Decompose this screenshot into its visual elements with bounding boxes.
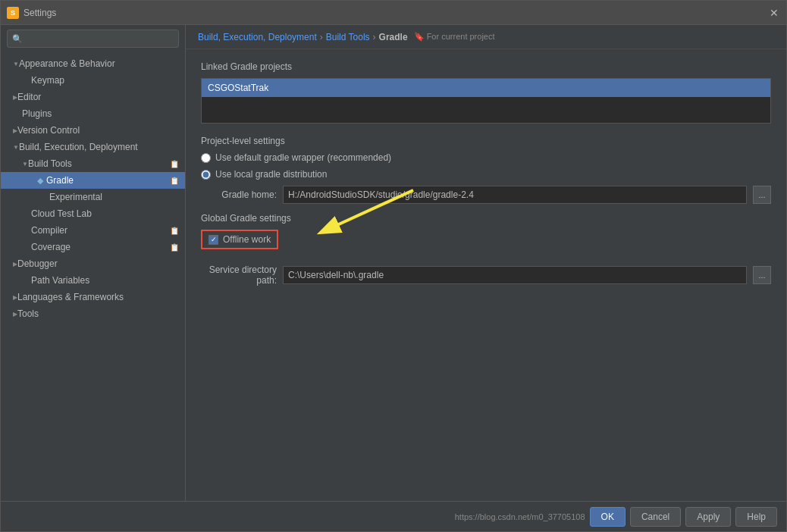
titlebar: S Settings ✕: [1, 1, 786, 25]
sidebar-item-label: Build Tools: [28, 158, 72, 169]
radio-row-local-dist[interactable]: Use local gradle distribution: [201, 169, 771, 180]
sidebar-item-label: Cloud Test Lab: [31, 208, 92, 219]
sidebar-item-version-control[interactable]: ▶ Version Control: [1, 122, 185, 139]
radio-default-wrapper[interactable]: [201, 153, 211, 163]
compiler-badge: 📋: [170, 227, 179, 235]
expand-icon: ▼: [13, 144, 19, 151]
sidebar-item-label: Coverage: [31, 242, 71, 252]
service-dir-input[interactable]: [283, 266, 747, 284]
gradle-home-label: Gradle home:: [201, 189, 277, 200]
settings-window: S Settings ✕ 🔍 ▼ Appearance & Behavior K…: [0, 0, 787, 532]
radio-default-wrapper-label: Use default gradle wrapper (recommended): [215, 152, 391, 163]
expand-icon: ▼: [13, 61, 19, 67]
linked-projects-label: Linked Gradle projects: [201, 61, 771, 72]
breadcrumb-link-buildtools[interactable]: Build Tools: [326, 32, 370, 42]
breadcrumb-link-build[interactable]: Build, Execution, Deployment: [198, 32, 317, 42]
breadcrumb: Build, Execution, Deployment › Build Too…: [186, 25, 786, 49]
offline-work-checkbox[interactable]: ✓: [209, 235, 218, 245]
project-settings-section: Project-level settings Use default gradl…: [201, 136, 771, 204]
footer: https://blog.csdn.net/m0_37705108 OK Can…: [1, 501, 786, 531]
sidebar-item-cloud-test-lab[interactable]: Cloud Test Lab: [1, 205, 185, 222]
sidebar-item-label: Path Variables: [31, 275, 89, 286]
build-tools-badge: 📋: [170, 160, 179, 168]
sidebar-item-appearance-behavior[interactable]: ▼ Appearance & Behavior: [1, 55, 185, 72]
search-input[interactable]: [26, 33, 174, 44]
sidebar-item-path-variables[interactable]: Path Variables: [1, 272, 185, 289]
offline-work-checkbox-row[interactable]: ✓ Offline work: [201, 230, 278, 249]
service-dir-browse-button[interactable]: ...: [753, 266, 771, 284]
sidebar-item-label: Experimental: [49, 192, 102, 202]
sidebar-item-tools[interactable]: ▶ Tools: [1, 305, 185, 322]
linked-projects-list: CSGOStatTrak: [201, 78, 771, 124]
gradle-home-row: Gradle home: ...: [201, 186, 771, 204]
breadcrumb-current: Gradle: [379, 32, 408, 42]
coverage-badge: 📋: [170, 243, 179, 252]
sidebar-item-editor[interactable]: ▶ Editor: [1, 89, 185, 105]
sidebar-item-coverage[interactable]: Coverage 📋: [1, 239, 185, 255]
expand-icon: ▼: [22, 161, 28, 167]
radio-local-dist[interactable]: [201, 170, 211, 180]
linked-project-item[interactable]: CSGOStatTrak: [202, 79, 770, 97]
main-panel: Build, Execution, Deployment › Build Too…: [186, 25, 786, 501]
global-settings-label: Global Gradle settings: [201, 213, 771, 224]
search-box[interactable]: 🔍: [7, 30, 179, 48]
radio-local-dist-label: Use local gradle distribution: [215, 169, 327, 180]
cancel-button[interactable]: Cancel: [630, 507, 681, 527]
apply-button[interactable]: Apply: [685, 507, 731, 527]
sidebar-item-compiler[interactable]: Compiler 📋: [1, 222, 185, 239]
window-title: Settings: [24, 8, 56, 18]
sidebar-item-plugins[interactable]: Plugins: [1, 105, 185, 122]
sidebar-item-gradle[interactable]: ◆ Gradle 📋: [1, 172, 185, 189]
sidebar: 🔍 ▼ Appearance & Behavior Keymap ▶ Edito…: [1, 25, 186, 501]
global-settings-section: Global Gradle settings ✓ Offline work: [201, 213, 771, 286]
sidebar-item-label: Build, Execution, Deployment: [19, 142, 138, 152]
sidebar-item-label: Appearance & Behavior: [19, 58, 115, 69]
sidebar-item-label: Compiler: [31, 225, 67, 236]
sidebar-item-experimental[interactable]: Experimental: [1, 189, 185, 205]
gradle-home-browse-button[interactable]: ...: [753, 186, 771, 204]
help-button[interactable]: Help: [735, 507, 777, 527]
sidebar-item-label: Debugger: [17, 258, 58, 269]
radio-row-default-wrapper[interactable]: Use default gradle wrapper (recommended): [201, 152, 771, 163]
sidebar-item-label: Keymap: [31, 75, 64, 86]
sidebar-item-keymap[interactable]: Keymap: [1, 72, 185, 89]
sidebar-item-label: Gradle: [46, 175, 74, 186]
sidebar-item-label: Tools: [17, 308, 39, 319]
breadcrumb-note: 🔖 For current project: [414, 32, 495, 42]
sidebar-item-label: Version Control: [17, 125, 80, 136]
sidebar-item-build-execution-deployment[interactable]: ▼ Build, Execution, Deployment: [1, 139, 185, 155]
content-area: 🔍 ▼ Appearance & Behavior Keymap ▶ Edito…: [1, 25, 786, 501]
titlebar-left: S Settings: [7, 7, 56, 19]
sidebar-item-languages-frameworks[interactable]: ▶ Languages & Frameworks: [1, 289, 185, 305]
ok-button[interactable]: OK: [590, 507, 626, 527]
offline-work-label: Offline work: [223, 234, 271, 245]
gradle-icon: ◆: [37, 176, 43, 186]
breadcrumb-sep1: ›: [320, 32, 323, 42]
close-button[interactable]: ✕: [768, 7, 780, 19]
service-dir-row: Service directory path: ...: [201, 264, 771, 286]
sidebar-item-label: Languages & Frameworks: [17, 292, 124, 302]
sidebar-item-label: Plugins: [22, 108, 52, 119]
footer-url: https://blog.csdn.net/m0_37705108: [10, 512, 585, 521]
gradle-badge: 📋: [170, 177, 179, 185]
search-icon: 🔍: [12, 34, 23, 44]
breadcrumb-sep2: ›: [373, 32, 376, 42]
app-icon: S: [7, 7, 19, 19]
sidebar-item-label: Editor: [17, 92, 41, 102]
service-dir-label: Service directory path:: [201, 264, 277, 286]
gradle-home-input[interactable]: [283, 186, 747, 204]
project-settings-label: Project-level settings: [201, 136, 771, 146]
panel-content: Linked Gradle projects CSGOStatTrak Proj…: [186, 49, 786, 501]
sidebar-item-build-tools[interactable]: ▼ Build Tools 📋: [1, 155, 185, 172]
nav-tree: ▼ Appearance & Behavior Keymap ▶ Editor …: [1, 52, 185, 501]
sidebar-item-debugger[interactable]: ▶ Debugger: [1, 255, 185, 272]
